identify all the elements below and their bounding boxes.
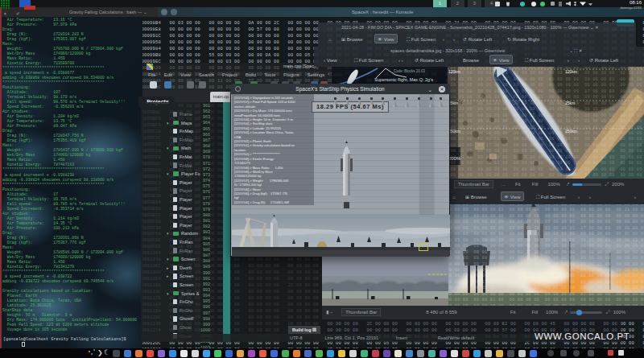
svg-text:120km: 120km xyxy=(448,69,460,74)
svg-text:Code::Blocks 20.03: Code::Blocks 20.03 xyxy=(394,69,426,73)
svg-text:Supersonic flight, Max Q: 2g's: Supersonic flight, Max Q: 2g's xyxy=(374,77,433,82)
svg-text:200%: 200% xyxy=(448,156,461,161)
svg-text:250km: 250km xyxy=(565,129,577,134)
svg-text:120km: 120km xyxy=(565,69,577,74)
svg-text:25km: 25km xyxy=(565,101,575,105)
svg-text:250km: 250km xyxy=(448,129,460,134)
